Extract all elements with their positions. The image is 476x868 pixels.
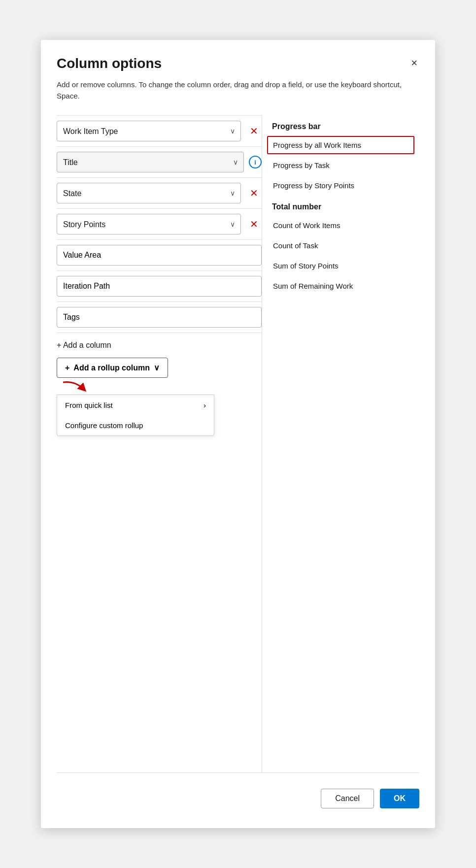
work-item-type-remove-button[interactable]: ✕ xyxy=(246,123,262,139)
column-row-state: State ∨ ✕ xyxy=(57,178,262,209)
work-item-type-wrapper: Work Item Type ∨ xyxy=(57,121,241,141)
right-panel: Progress bar Progress by all Work Items … xyxy=(262,115,419,772)
left-panel: Work Item Type ∨ ✕ Title ∨ i xyxy=(57,115,262,772)
iteration-path-label: Iteration Path xyxy=(57,276,262,297)
column-row-title: Title ∨ i xyxy=(57,147,262,178)
state-select[interactable]: State xyxy=(57,183,241,203)
rollup-button-label: Add a rollup column xyxy=(73,364,150,372)
configure-custom-rollup-item[interactable]: Configure custom rollup xyxy=(57,415,214,435)
total-number-section-label: Total number xyxy=(262,196,419,215)
work-item-type-select[interactable]: Work Item Type xyxy=(57,121,241,141)
state-wrapper: State ∨ xyxy=(57,183,241,203)
sum-remaining-work-item[interactable]: Sum of Remaining Work xyxy=(262,276,419,296)
tags-label: Tags xyxy=(57,307,262,328)
progress-bar-section-label: Progress bar xyxy=(262,115,419,135)
rollup-plus-icon: + xyxy=(65,364,69,372)
column-row-value-area: Value Area xyxy=(57,240,262,271)
title-wrapper: Title ∨ xyxy=(57,152,244,172)
add-column-button[interactable]: + Add a column xyxy=(57,333,262,354)
story-points-wrapper: Story Points ∨ xyxy=(57,214,241,234)
dialog-description: Add or remove columns. To change the col… xyxy=(57,79,419,101)
column-row-tags: Tags xyxy=(57,302,262,333)
title-select[interactable]: Title xyxy=(57,152,244,172)
configure-custom-label: Configure custom rollup xyxy=(65,421,143,430)
columns-area: Work Item Type ∨ ✕ Title ∨ i xyxy=(57,115,419,772)
title-info-button[interactable]: i xyxy=(249,156,262,168)
add-rollup-button[interactable]: + Add a rollup column ∨ xyxy=(57,358,168,378)
rollup-container: + Add a rollup column ∨ xyxy=(57,358,262,436)
from-quick-list-arrow-icon: › xyxy=(204,401,206,409)
dialog-footer: Cancel OK xyxy=(57,772,419,808)
progress-by-task-item[interactable]: Progress by Task xyxy=(262,155,419,175)
progress-all-work-items-item[interactable]: Progress by all Work Items xyxy=(267,136,414,154)
progress-by-story-points-item[interactable]: Progress by Story Points xyxy=(262,175,419,196)
story-points-select[interactable]: Story Points xyxy=(57,214,241,234)
rollup-dropdown: From quick list › Configure custom rollu… xyxy=(57,395,214,436)
dialog-header: Column options × xyxy=(57,56,419,71)
dialog-title: Column options xyxy=(57,56,162,71)
cancel-button[interactable]: Cancel xyxy=(321,789,374,808)
total-number-section: Total number Count of Work Items Count o… xyxy=(262,196,419,296)
count-task-item[interactable]: Count of Task xyxy=(262,235,419,256)
state-remove-button[interactable]: ✕ xyxy=(246,185,262,201)
red-arrow-icon xyxy=(61,380,90,395)
value-area-label: Value Area xyxy=(57,245,262,266)
from-quick-list-item[interactable]: From quick list › xyxy=(57,395,214,415)
column-options-dialog: Column options × Add or remove columns. … xyxy=(41,40,435,828)
ok-button[interactable]: OK xyxy=(380,789,419,808)
column-row-story-points: Story Points ∨ ✕ xyxy=(57,209,262,240)
count-work-items-item[interactable]: Count of Work Items xyxy=(262,215,419,235)
column-row-work-item-type: Work Item Type ∨ ✕ xyxy=(57,115,262,147)
close-button[interactable]: × xyxy=(409,56,419,70)
sum-story-points-item[interactable]: Sum of Story Points xyxy=(262,256,419,276)
column-row-iteration-path: Iteration Path xyxy=(57,271,262,302)
progress-bar-section: Progress bar Progress by all Work Items … xyxy=(262,115,419,196)
story-points-remove-button[interactable]: ✕ xyxy=(246,216,262,232)
from-quick-list-label: From quick list xyxy=(65,401,113,409)
rollup-chevron-icon: ∨ xyxy=(154,363,160,372)
